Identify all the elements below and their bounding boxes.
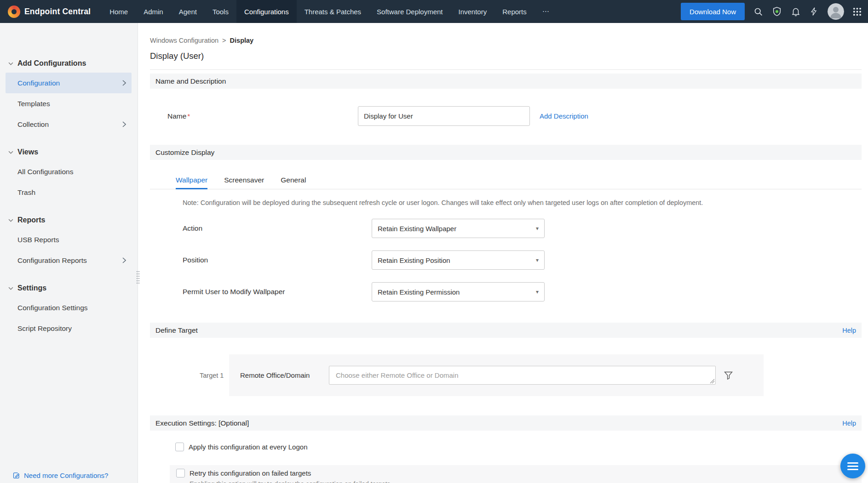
action-row: Action Retain Existing Wallpaper ▾ [150,219,862,238]
sidebar-header-reports[interactable]: Reports [0,211,138,229]
brand[interactable]: Endpoint Central [0,6,102,18]
sidebar-header-views[interactable]: Views [0,143,138,161]
sidebar-item-label: Trash [17,188,35,197]
nav-item-home[interactable]: Home [102,0,136,23]
footer-link-label: Need more Configurations? [24,472,108,479]
section-title: Execution Settings: [Optional] [155,419,249,427]
sidebar-item-collection[interactable]: Collection [6,114,132,135]
position-select[interactable]: Retain Existing Position ▾ [372,250,545,270]
edit-pencil-icon [12,472,20,479]
action-select-value: Retain Existing Wallpaper [378,225,456,233]
sidebar-item-templates[interactable]: Templates [6,93,132,114]
user-avatar[interactable] [828,3,844,20]
tab-wallpaper[interactable]: Wallpaper [176,175,207,189]
nav-item-inventory[interactable]: Inventory [451,0,495,23]
chevron-right-icon [122,80,126,86]
sidebar-item-configuration-reports[interactable]: Configuration Reports [6,250,132,271]
nav-item-software-deployment[interactable]: Software Deployment [369,0,450,23]
apply-at-logon-label: Apply this configuration at every Logon [189,443,308,451]
retry-on-failed-checkbox[interactable] [176,469,185,477]
remote-office-domain-label: Remote Office/Domain [240,371,329,379]
sidebar-section-reports: Reports USB Reports Configuration Report… [0,211,138,271]
sidebar-item-label: Configuration Reports [17,256,87,265]
menu-hamburger-icon [847,462,858,470]
name-field-label: Name* [167,112,358,120]
section-header-define-target: Define Target Help [150,323,862,338]
sidebar-header-add-configurations[interactable]: Add Configurations [0,54,138,73]
nav-item-reports[interactable]: Reports [494,0,535,23]
sidebar-section-title: Settings [17,284,46,292]
endpoint-central-logo-icon [8,6,20,18]
apply-at-logon-checkbox[interactable] [175,443,184,451]
target-definition-box: Remote Office/Domain [229,354,764,396]
permit-modify-label: Permit User to Modify Wallpaper [183,288,372,296]
nav-item-more[interactable]: ⋯ [535,0,557,23]
retry-on-failed-description: Enabling this option will try to deploy … [190,480,862,483]
execution-settings-help-link[interactable]: Help [842,420,856,427]
search-icon[interactable] [753,7,763,17]
sidebar-item-trash[interactable]: Trash [6,182,132,203]
breadcrumb-parent[interactable]: Windows Configuration [150,37,218,44]
section-title: Define Target [155,326,198,335]
tab-general[interactable]: General [281,175,306,189]
nav-item-tools[interactable]: Tools [205,0,236,23]
sidebar-section-title: Add Configurations [17,59,86,68]
filter-funnel-icon[interactable] [724,371,733,380]
remote-office-domain-input[interactable] [329,366,716,385]
flash-icon[interactable] [810,6,819,17]
tab-screensaver[interactable]: Screensaver [224,175,264,189]
sidebar-item-configuration[interactable]: Configuration [6,73,132,93]
dropdown-caret-icon: ▾ [536,289,539,295]
permit-modify-select[interactable]: Retain Existing Permission ▾ [372,282,545,301]
nav-item-threats-patches[interactable]: Threats & Patches [297,0,369,23]
notification-bell-icon[interactable] [791,6,801,17]
retry-on-failed-box: Retry this configuration on failed targe… [170,465,862,483]
sidebar-item-usb-reports[interactable]: USB Reports [6,229,132,250]
resize-grip-icon[interactable] [710,379,715,384]
sidebar-item-label: Configuration [17,79,60,87]
sidebar-item-configuration-settings[interactable]: Configuration Settings [6,297,132,318]
dropdown-caret-icon: ▾ [536,257,539,263]
permit-modify-row: Permit User to Modify Wallpaper Retain E… [150,282,862,301]
sidebar-header-settings[interactable]: Settings [0,279,138,297]
action-label: Action [183,224,372,233]
name-label-text: Name [167,112,186,120]
define-target-help-link[interactable]: Help [842,327,856,334]
action-select[interactable]: Retain Existing Wallpaper ▾ [372,219,545,238]
permit-modify-select-value: Retain Existing Permission [378,288,460,296]
chevron-down-icon [8,287,13,290]
chevron-down-icon [8,151,13,154]
nav-item-configurations[interactable]: Configurations [236,0,297,23]
section-title: Customize Display [155,148,214,157]
brand-name: Endpoint Central [24,7,91,17]
nav-item-agent[interactable]: Agent [171,0,205,23]
section-header-customize-display: Customize Display [150,145,862,160]
sidebar: Add Configurations Configuration Templat… [0,23,138,483]
security-shield-icon[interactable] [772,6,782,17]
name-row: Name* Add Description [150,106,862,126]
sidebar-item-script-repository[interactable]: Script Repository [6,318,132,339]
download-now-button[interactable]: Download Now [681,3,745,20]
page-title: Display (User) [150,50,862,63]
nav-item-admin[interactable]: Admin [136,0,171,23]
sidebar-item-all-configurations[interactable]: All Configurations [6,161,132,182]
sidebar-resize-handle[interactable] [136,271,140,285]
configuration-name-input[interactable] [358,106,530,126]
apps-grid-icon[interactable] [853,7,862,16]
sidebar-section-title: Reports [17,216,45,224]
retry-on-failed-label: Retry this configuration on failed targe… [190,469,311,477]
sidebar-item-label: Collection [17,120,49,129]
section-header-execution-settings: Execution Settings: [Optional] Help [150,415,862,431]
need-more-configurations-link[interactable]: Need more Configurations? [12,472,108,479]
chevron-right-icon [122,121,126,127]
deployment-note: Note: Configuration will be deployed dur… [183,197,862,208]
floating-menu-button[interactable] [840,454,865,478]
main-nav: Home Admin Agent Tools Configurations Th… [102,0,557,23]
section-title: Name and Description [155,77,226,85]
target-row: Target 1 Remote Office/Domain [150,354,862,396]
sidebar-section-title: Views [17,148,38,156]
add-description-link[interactable]: Add Description [540,112,588,120]
top-navigation: Endpoint Central Home Admin Agent Tools … [0,0,868,23]
sidebar-item-label: All Configurations [17,168,73,176]
sidebar-item-label: Configuration Settings [17,304,88,312]
